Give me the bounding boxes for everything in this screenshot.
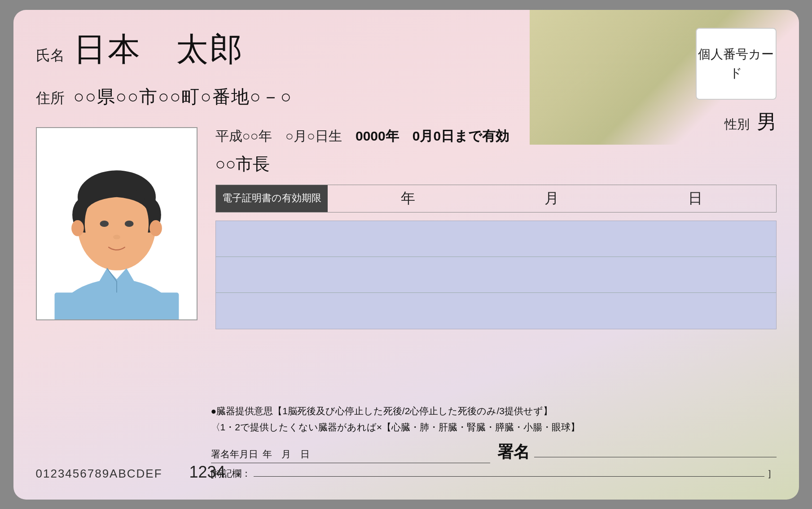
tokki-line <box>254 466 764 477</box>
card-pin: 1234 <box>189 463 225 482</box>
card-label-box: 個人番号カード <box>696 28 777 100</box>
svg-rect-8 <box>54 292 179 319</box>
gender-value: 男 <box>757 109 777 135</box>
blue-row-2 <box>216 257 776 293</box>
tokki-row: [特記欄： ］ <box>211 465 777 482</box>
sign-line <box>534 441 777 457</box>
elec-cert-fields: 年 月 日 <box>328 185 776 212</box>
name-value: 日本 太郎 <box>74 28 244 71</box>
address-label: 住所 <box>36 89 65 108</box>
address-value: ○○県○○市○○町○番地○－○ <box>74 84 292 109</box>
blue-row-1 <box>216 221 776 257</box>
id-card: 個人番号カード 性別 男 氏名 日本 太郎 住所 ○○県○○市○○町○番地○－○ <box>13 10 799 500</box>
tokki-close: ］ <box>767 465 777 482</box>
name-row: 氏名 日本 太郎 <box>36 28 777 71</box>
elec-cert-tsuki: 月 <box>544 189 559 208</box>
issuer-text: ○○市長 <box>215 153 270 176</box>
elec-cert-label: 電子証明書の有効期限 <box>216 185 328 212</box>
gender-row: 性別 男 <box>724 109 777 135</box>
elec-cert-hi: 日 <box>688 189 702 208</box>
card-number: 0123456789ABCDEF <box>36 467 162 481</box>
photo-box <box>36 127 198 320</box>
svg-point-12 <box>124 221 133 227</box>
svg-point-10 <box>149 220 162 236</box>
svg-point-13 <box>113 235 120 239</box>
address-row: 住所 ○○県○○市○○町○番地○－○ <box>36 84 777 109</box>
validity-year: 0000年 <box>356 127 399 146</box>
organ-text-2: 〈1・2で提供したくない臓器があれば×【心臓・肺・肝臓・腎臓・膵臓・小腸・眼球】 <box>211 419 777 435</box>
bottom-numbers: 0123456789ABCDEF 1234 <box>36 463 225 482</box>
name-label: 氏名 <box>36 46 65 66</box>
main-content: 平成○○年 ○月○日生 0000年 0月0日まで有効 ○○市長 電子証明書の有効… <box>36 127 777 329</box>
gender-label: 性別 <box>724 116 750 133</box>
validity-date: 0月0日まで有効 <box>413 127 509 146</box>
card-type-label: 個人番号カード <box>697 45 776 83</box>
svg-point-11 <box>100 221 109 227</box>
organ-donation-section: ●臓器提供意思【1脳死後及び心停止した死後/2心停止した死後のみ/3提供せず】 … <box>211 403 777 481</box>
right-info-panel: 平成○○年 ○月○日生 0000年 0月0日まで有効 ○○市長 電子証明書の有効… <box>215 127 777 329</box>
sign-date-fields: 年 月 日 <box>263 446 490 462</box>
birth-validity-row: 平成○○年 ○月○日生 0000年 0月0日まで有効 <box>215 127 777 146</box>
person-avatar <box>37 128 197 319</box>
blue-data-rows <box>215 221 777 329</box>
sign-date-row: 署名年月日 年 月 日 <box>211 446 490 464</box>
organ-text-1: ●臓器提供意思【1脳死後及び心停止した死後/2心停止した死後のみ/3提供せず】 <box>211 403 777 419</box>
issuer-row: ○○市長 <box>215 153 777 176</box>
elec-cert-nen: 年 <box>401 189 415 208</box>
sign-row: 署名 <box>497 438 777 465</box>
birth-text: 平成○○年 ○月○日生 <box>215 127 342 146</box>
svg-point-9 <box>71 220 84 236</box>
sign-label: 署名 <box>497 438 530 465</box>
sign-date-label: 署名年月日 <box>211 446 258 462</box>
elec-cert-row: 電子証明書の有効期限 年 月 日 <box>215 185 777 212</box>
blue-row-3 <box>216 293 776 329</box>
